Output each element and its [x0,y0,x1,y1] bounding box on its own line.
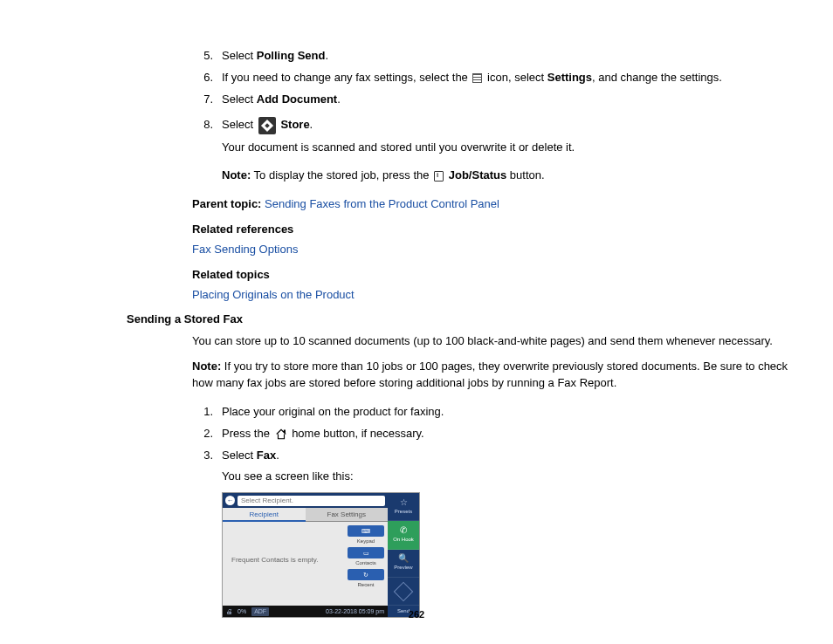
step-text: Place your original on the product for f… [222,404,803,421]
contacts-label: Contacts [348,559,384,567]
note-display-job: Note: To display the stored job, press t… [222,168,803,184]
fax-screen-illustration: ← Select Recipient. Recipient Fax Settin… [222,492,420,618]
contacts-button[interactable]: ▭ [348,547,384,558]
send-button[interactable] [388,578,419,606]
related-references-link[interactable]: Fax Sending Options [192,242,803,258]
step-2: 2. Press the home button, if necessary. [192,426,803,442]
step-1: 1. Place your original on the product fo… [192,404,803,421]
parent-topic-row: Parent topic: Sending Faxes from the Pro… [192,196,803,213]
fax-topbar: ← Select Recipient. [223,493,388,508]
steps-first: 5. Select Polling Send. 6. If you need t… [192,48,803,134]
diamond-icon [394,581,414,601]
preview-icon: 🔍 [398,554,409,563]
home-icon [275,428,287,440]
step-num: 6. [192,70,222,86]
related-topics-link[interactable]: Placing Originals on the Product [192,287,803,304]
frequent-contacts-empty: Frequent Contacts is empty. [231,555,318,565]
step-num: 3. [192,448,222,464]
related-topics-label: Related topics [192,267,803,284]
fax-right-panel: ☆ Presets ✆ On Hook 🔍 Preview [388,493,419,606]
fax-tabs: Recipient Fax Settings [223,508,388,522]
preview-button[interactable]: 🔍 Preview [388,550,419,578]
select-recipient-field[interactable]: Select Recipient. [238,496,385,506]
note-overwrite: Note: If you try to store more than 10 j… [192,359,803,392]
step-3: 3. Select Fax. [192,448,803,464]
step-num: 1. [192,404,222,421]
related-references-label: Related references [192,222,803,238]
parent-topic-link[interactable]: Sending Faxes from the Product Control P… [265,197,499,210]
step-text: Select Polling Send. [222,48,803,65]
sub-scanned: Your document is scanned and stored unti… [222,140,803,156]
step-8: 8. Select Store. [192,117,803,134]
step-num: 7. [192,92,222,108]
fax-body: Frequent Contacts is empty. ⌨ Keypad ▭ C… [223,522,388,606]
tab-recipient[interactable]: Recipient [223,508,306,522]
step-text: Press the home button, if necessary. [222,426,803,442]
store-icon [258,117,276,134]
sub-see-screen: You see a screen like this: [222,469,803,485]
step-text: Select Add Document. [222,92,803,108]
back-icon[interactable]: ← [225,496,235,505]
step-5: 5. Select Polling Send. [192,48,803,65]
onhook-button[interactable]: ✆ On Hook [388,521,419,549]
steps-second: 1. Place your original on the product fo… [192,404,803,464]
step-7: 7. Select Add Document. [192,92,803,108]
presets-button[interactable]: ☆ Presets [388,493,419,521]
menu-icon [472,73,482,83]
star-icon: ☆ [400,498,408,507]
tab-fax-settings[interactable]: Fax Settings [306,508,389,522]
step-num: 5. [192,48,222,65]
phone-icon: ✆ [400,526,407,535]
keypad-button[interactable]: ⌨ [348,525,384,537]
step-text: Select Fax. [222,448,803,464]
step-6: 6. If you need to change any fax setting… [192,70,803,86]
step-text: Select Store. [222,117,803,134]
page-number: 262 [0,608,833,622]
step-num: 8. [192,117,222,134]
step-num: 2. [192,426,222,442]
recent-button[interactable]: ↻ [348,569,384,580]
section-heading-sending-stored-fax: Sending a Stored Fax [127,312,803,328]
keypad-label: Keypad [348,538,384,545]
step-text: If you need to change any fax settings, … [222,70,803,86]
job-status-icon [434,171,444,182]
recent-label: Recent [348,581,384,589]
intro-paragraph: You can store up to 10 scanned documents… [192,333,803,350]
